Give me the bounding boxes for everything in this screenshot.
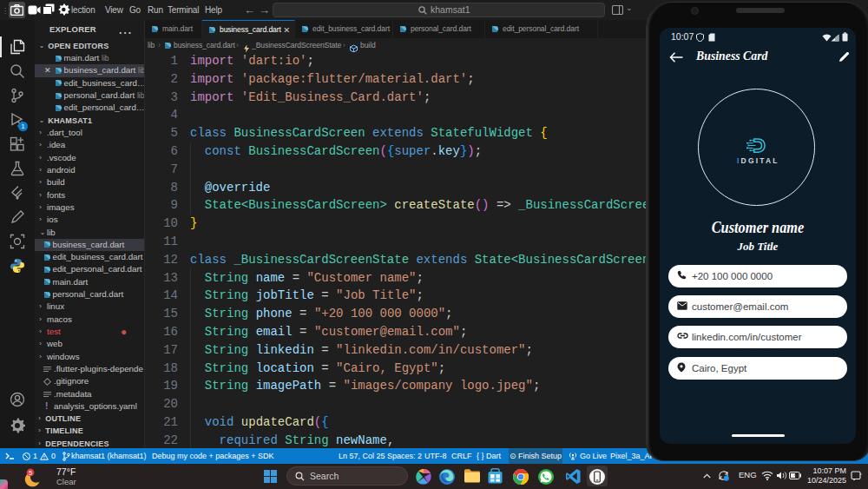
svg-text:5: 5: [29, 469, 32, 477]
